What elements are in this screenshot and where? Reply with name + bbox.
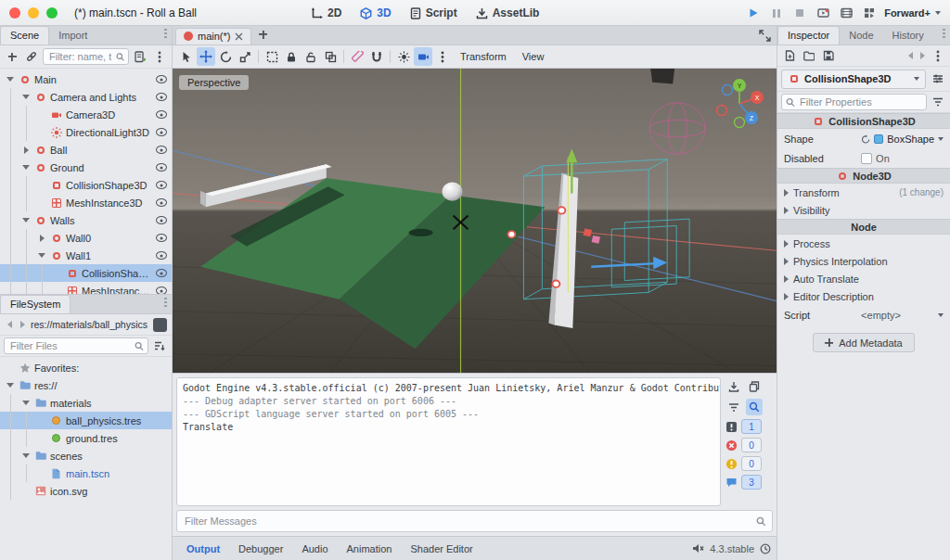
rect-select-button[interactable] bbox=[263, 47, 281, 66]
object-tools-button[interactable] bbox=[930, 70, 946, 87]
add-node-button[interactable] bbox=[4, 48, 20, 65]
tree-row[interactable]: Walls bbox=[0, 211, 172, 229]
tree-row[interactable]: MeshInstance3D bbox=[0, 194, 172, 211]
save-resource-button[interactable] bbox=[820, 47, 837, 64]
expand-caret-icon[interactable] bbox=[21, 146, 31, 154]
chevron-down-icon[interactable] bbox=[938, 313, 944, 317]
viewport-more-button[interactable] bbox=[433, 47, 452, 66]
mode-2d-button[interactable]: 2D bbox=[304, 5, 348, 21]
renderer-dropdown[interactable]: Forward+ bbox=[884, 7, 941, 19]
tab-inspector[interactable]: Inspector bbox=[777, 26, 840, 45]
select-tool-button[interactable] bbox=[177, 47, 196, 66]
tree-row[interactable]: DirectionalLight3D bbox=[0, 123, 172, 141]
split-mode-button[interactable] bbox=[153, 318, 167, 332]
lock-button[interactable] bbox=[282, 47, 301, 66]
snap-button[interactable] bbox=[367, 47, 386, 66]
mode-assetlib-button[interactable]: AssetLib bbox=[469, 5, 546, 21]
fold-process[interactable]: Process bbox=[777, 235, 950, 252]
expand-caret-icon[interactable] bbox=[6, 383, 15, 388]
transform-menu[interactable]: Transform bbox=[453, 51, 514, 62]
mode-script-button[interactable]: Script bbox=[404, 5, 464, 21]
close-tab-icon[interactable] bbox=[235, 32, 243, 41]
new-scene-tab-button[interactable] bbox=[254, 26, 271, 43]
fs-row[interactable]: materials bbox=[0, 394, 172, 412]
group-button[interactable] bbox=[321, 47, 340, 66]
tab-node[interactable]: Node bbox=[840, 27, 882, 45]
chevron-down-icon[interactable] bbox=[938, 137, 944, 141]
chat-count-toggle[interactable]: 3 bbox=[725, 475, 771, 490]
axis-orientation-gizmo[interactable]: Y X Z bbox=[710, 74, 769, 134]
fs-row[interactable]: ground.tres bbox=[0, 429, 172, 447]
zoom-window-button[interactable] bbox=[46, 7, 58, 19]
fold-transform[interactable]: Transform (1 change) bbox=[777, 184, 950, 201]
visibility-eye-icon[interactable] bbox=[156, 75, 167, 83]
visibility-eye-icon[interactable] bbox=[156, 251, 167, 260]
scene-filter-input[interactable] bbox=[47, 50, 113, 63]
view-menu[interactable]: View bbox=[515, 51, 552, 62]
mute-icon[interactable] bbox=[692, 543, 704, 554]
scene-tab-main[interactable]: main(*) bbox=[175, 28, 251, 45]
visibility-eye-icon[interactable] bbox=[156, 216, 167, 224]
new-resource-button[interactable] bbox=[781, 47, 798, 64]
fold-visibility[interactable]: Visibility bbox=[777, 201, 950, 219]
attach-script-button[interactable] bbox=[132, 48, 148, 65]
fold-auto-translate[interactable]: Auto Translate bbox=[777, 270, 950, 287]
category-collisionshape3d[interactable]: CollisionShape3D bbox=[777, 113, 950, 129]
expand-caret-icon[interactable] bbox=[6, 77, 15, 82]
script-value[interactable]: <empty> bbox=[861, 310, 901, 321]
fold-editor-description[interactable]: Editor Description bbox=[777, 287, 950, 305]
tab-output[interactable]: Output bbox=[178, 541, 228, 557]
expand-viewport-icon[interactable] bbox=[759, 30, 771, 42]
expand-caret-icon[interactable] bbox=[21, 218, 31, 223]
fs-row-selected[interactable]: ball_physics.tres bbox=[0, 412, 172, 429]
history-forward-button[interactable] bbox=[918, 52, 927, 59]
copy-log-button[interactable] bbox=[746, 378, 763, 395]
visibility-eye-icon[interactable] bbox=[156, 128, 167, 136]
play-scene-button[interactable] bbox=[815, 5, 831, 21]
revert-icon[interactable] bbox=[861, 134, 870, 145]
tab-scene[interactable]: Scene bbox=[0, 26, 49, 45]
ruler-mode-button[interactable] bbox=[348, 47, 366, 66]
error-count-toggle[interactable]: 0 bbox=[725, 438, 771, 452]
tree-row[interactable]: CollisionShape3D bbox=[0, 176, 172, 194]
visibility-eye-icon[interactable] bbox=[156, 110, 167, 119]
play-custom-scene-button[interactable] bbox=[861, 5, 878, 21]
shape-value[interactable]: BoxShape bbox=[887, 134, 934, 145]
close-window-button[interactable] bbox=[9, 7, 20, 19]
visibility-eye-icon[interactable] bbox=[156, 93, 167, 101]
tree-row[interactable]: Ball bbox=[0, 141, 172, 159]
play-button[interactable] bbox=[745, 5, 762, 21]
visibility-eye-icon[interactable] bbox=[156, 286, 167, 294]
add-metadata-button[interactable]: Add Metadata bbox=[813, 333, 915, 352]
tree-row-selected[interactable]: CollisionShape3D bbox=[0, 264, 172, 282]
fs-row[interactable]: icon.svg bbox=[0, 482, 172, 500]
camera-preview-button[interactable] bbox=[414, 47, 432, 66]
message-count-toggle[interactable]: 1 bbox=[725, 419, 771, 434]
category-node[interactable]: Node bbox=[777, 219, 950, 235]
expand-caret-icon[interactable] bbox=[21, 401, 31, 405]
expand-caret-icon[interactable] bbox=[37, 253, 46, 258]
expand-caret-icon[interactable] bbox=[37, 235, 46, 242]
visibility-eye-icon[interactable] bbox=[156, 269, 167, 277]
history-forward-button[interactable] bbox=[18, 321, 27, 328]
favorites-filter-button[interactable] bbox=[930, 94, 946, 110]
property-filter-input[interactable] bbox=[798, 95, 922, 108]
minimize-window-button[interactable] bbox=[28, 7, 39, 19]
fold-physics-interpolation[interactable]: Physics Interpolation bbox=[777, 252, 950, 270]
fs-row[interactable]: Favorites: bbox=[0, 359, 172, 376]
message-filter-input[interactable] bbox=[183, 515, 752, 528]
pause-button[interactable] bbox=[768, 5, 785, 21]
sort-files-button[interactable] bbox=[151, 337, 168, 354]
expand-caret-icon[interactable] bbox=[21, 453, 31, 458]
tab-import[interactable]: Import bbox=[49, 27, 96, 45]
warning-count-toggle[interactable]: 0 bbox=[725, 456, 771, 471]
visibility-eye-icon[interactable] bbox=[156, 181, 167, 189]
fs-row[interactable]: main.tscn bbox=[0, 465, 172, 482]
tab-animation[interactable]: Animation bbox=[339, 541, 401, 557]
expand-caret-icon[interactable] bbox=[21, 165, 31, 170]
expand-caret-icon[interactable] bbox=[21, 95, 31, 99]
file-filter-input[interactable] bbox=[8, 339, 132, 352]
tree-row[interactable]: Wall0 bbox=[0, 229, 172, 247]
dock-handle-icon[interactable] bbox=[943, 29, 945, 40]
search-log-button[interactable] bbox=[746, 399, 763, 415]
